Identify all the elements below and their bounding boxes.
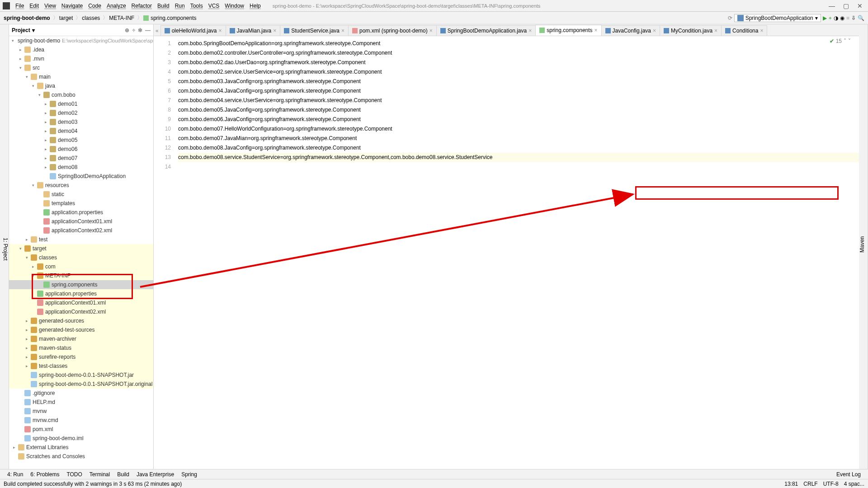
menu-help[interactable]: Help <box>247 1 264 10</box>
project-view-label[interactable]: Project <box>12 27 30 33</box>
code-line[interactable]: com.bobo.demo04.service.UserService=org.… <box>178 96 859 105</box>
tree-arrow-icon[interactable]: ▾ <box>31 183 35 188</box>
minimize-icon[interactable]: — <box>829 2 835 9</box>
code-line[interactable]: com.bobo.demo03.JavaConfig=org.springfra… <box>178 77 859 86</box>
collapse-icon[interactable]: ÷ <box>132 27 135 33</box>
debug-button-icon[interactable]: ⌖ <box>829 15 832 21</box>
tree-arrow-icon[interactable]: ▸ <box>43 165 48 169</box>
tab-close-icon[interactable]: × <box>219 28 222 34</box>
editor-tab[interactable]: SpringBootDemoApplication.java× <box>436 25 536 36</box>
tree-node[interactable]: application.properties <box>9 208 153 217</box>
status-indicator[interactable]: CRLF <box>803 481 817 487</box>
editor-tab[interactable]: spring.components× <box>535 25 601 36</box>
tree-node[interactable]: ▸demo02 <box>9 108 153 117</box>
tree-node[interactable]: spring-boot-demo-0.0.1-SNAPSHOT.jar <box>9 371 153 380</box>
tree-arrow-icon[interactable]: ▸ <box>24 237 29 242</box>
tree-arrow-icon[interactable]: ▸ <box>43 156 48 160</box>
tree-node[interactable]: ▸maven-archiver <box>9 334 153 343</box>
tree-arrow-icon[interactable]: ▸ <box>43 111 48 115</box>
tab-close-icon[interactable]: × <box>273 28 276 34</box>
tree-arrow-icon[interactable]: ▾ <box>24 75 29 79</box>
tree-node[interactable]: ▸com <box>9 262 153 271</box>
maximize-icon[interactable]: ▢ <box>843 2 849 9</box>
tree-node[interactable]: spring-boot-demo.iml <box>9 434 153 443</box>
tree-node[interactable]: ▸.idea <box>9 45 153 54</box>
tree-node[interactable]: ▸demo08 <box>9 163 153 172</box>
tree-node[interactable]: ▾main <box>9 72 153 81</box>
menu-tools[interactable]: Tools <box>188 1 206 10</box>
menu-edit[interactable]: Edit <box>27 1 42 10</box>
tree-node[interactable]: mvnw.cmd <box>9 416 153 425</box>
tree-arrow-icon[interactable]: ▸ <box>24 355 29 359</box>
tree-node[interactable]: ▾classes <box>9 253 153 262</box>
tab-close-icon[interactable]: × <box>760 28 763 34</box>
update-icon[interactable]: ⇩ <box>851 15 856 21</box>
tree-node[interactable]: static <box>9 190 153 199</box>
tree-arrow-icon[interactable]: ▸ <box>43 138 48 142</box>
code-line[interactable]: com.bobo.demo08.JavaConfig=org.springfra… <box>178 143 859 153</box>
menu-run[interactable]: Run <box>172 1 188 10</box>
profile-button-icon[interactable]: ◉ <box>840 15 844 21</box>
tree-node[interactable]: ▾target <box>9 244 153 253</box>
tab-scroll-left-icon[interactable]: « <box>154 26 160 36</box>
tree-arrow-icon[interactable]: ▸ <box>43 129 48 133</box>
tree-node[interactable]: .gitignore <box>9 389 153 398</box>
tree-node[interactable]: HELP.md <box>9 398 153 407</box>
tab-close-icon[interactable]: × <box>341 28 344 34</box>
breadcrumb-item[interactable]: spring-boot-demo <box>4 15 52 21</box>
code-line[interactable]: com.bobo.demo02.service.UserService=org.… <box>178 67 859 77</box>
tree-arrow-icon[interactable]: ▸ <box>12 445 16 450</box>
tree-node[interactable]: templates <box>9 199 153 208</box>
tree-node[interactable]: ▸demo01 <box>9 99 153 108</box>
right-tool-strip[interactable]: MavenDatabase <box>859 24 868 469</box>
tool-window-button[interactable]: 6: Problems <box>27 471 63 478</box>
hide-icon[interactable]: — <box>145 27 151 33</box>
tool-window-button[interactable]: Spring <box>178 471 201 478</box>
tree-arrow-icon[interactable]: ▾ <box>31 84 35 88</box>
tab-close-icon[interactable]: × <box>594 27 598 33</box>
tree-arrow-icon[interactable]: ▸ <box>43 147 48 151</box>
editor-tab[interactable]: StudentService.java× <box>280 25 349 36</box>
menu-refactor[interactable]: Refactor <box>129 1 155 10</box>
breadcrumb-item[interactable]: META-INF <box>109 15 136 21</box>
tree-arrow-icon[interactable]: ▾ <box>18 66 23 70</box>
tree-node[interactable]: applicationContext02.xml <box>9 226 153 235</box>
locate-icon[interactable]: ⊕ <box>125 27 129 33</box>
tree-node[interactable]: ▾src <box>9 63 153 72</box>
tree-node[interactable]: ▸test <box>9 235 153 244</box>
coverage-button-icon[interactable]: ◑ <box>834 15 838 21</box>
run-button-icon[interactable]: ▶ <box>823 15 827 21</box>
tree-node[interactable]: ▸demo03 <box>9 117 153 127</box>
tool-window-button[interactable]: Build <box>113 471 133 478</box>
tab-close-icon[interactable]: × <box>653 28 656 34</box>
breadcrumb-item[interactable]: classes <box>82 15 102 21</box>
menu-view[interactable]: View <box>42 1 59 10</box>
code-line[interactable]: com.bobo.demo07.JavaMian=org.springframe… <box>178 134 859 143</box>
editor-tab[interactable]: Conditiona× <box>721 25 767 36</box>
tree-arrow-icon[interactable]: ▾ <box>12 38 14 43</box>
tool-window-button[interactable]: Java Enterprise <box>133 471 178 478</box>
search-icon[interactable]: 🔍 <box>858 15 864 21</box>
tree-node[interactable]: ▸demo04 <box>9 127 153 136</box>
tree-node[interactable]: ▸demo05 <box>9 136 153 145</box>
tool-window-button[interactable]: TODO <box>63 471 85 478</box>
code-line[interactable]: com.bobo.demo08.service.StudentService=o… <box>178 153 859 162</box>
tab-close-icon[interactable]: × <box>714 28 717 34</box>
tree-node[interactable]: ▸test-classes <box>9 361 153 371</box>
tree-arrow-icon[interactable]: ▸ <box>24 328 29 332</box>
chevron-down-icon[interactable]: ▾ <box>32 27 35 33</box>
code-line[interactable]: com.bobo.demo04.JavaConfig=org.springfra… <box>178 86 859 96</box>
code-line[interactable]: com.bobo.SpringBootDemoApplication=org.s… <box>178 39 859 48</box>
menu-vcs[interactable]: VCS <box>206 1 222 10</box>
tree-node[interactable]: ▸demo06 <box>9 145 153 154</box>
tree-node[interactable]: SpringBootDemoApplication <box>9 172 153 181</box>
tree-node[interactable]: applicationContext01.xml <box>9 298 153 307</box>
tree-node[interactable]: mvnw <box>9 407 153 416</box>
tree-arrow-icon[interactable]: ▸ <box>43 102 48 106</box>
side-tool-button[interactable]: Maven <box>859 236 865 253</box>
tree-node[interactable]: ▸maven-status <box>9 343 153 352</box>
status-indicator[interactable]: 13:81 <box>784 481 798 487</box>
left-tool-strip[interactable]: 1: Project7: Structure2: Favorites0 Web <box>0 24 9 469</box>
tree-node[interactable]: applicationContext01.xml <box>9 217 153 226</box>
tool-window-button[interactable]: Terminal <box>86 471 113 478</box>
